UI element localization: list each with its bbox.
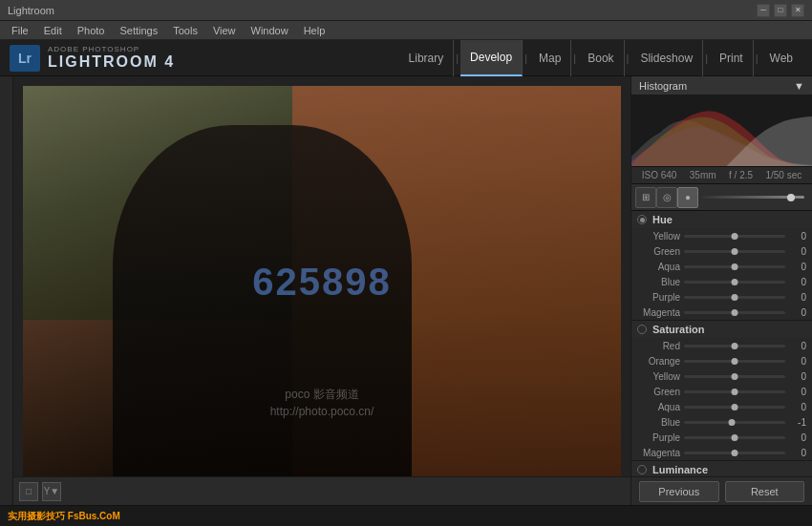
lr-logo: Lr [10,45,40,72]
hue-green-row: Green 0 [631,243,812,259]
sat-aqua-value: 0 [789,402,806,412]
hue-magenta-value: 0 [789,307,806,318]
histogram-label: Histogram [639,80,687,92]
sat-red-track[interactable] [684,345,785,347]
status-bar: 实用摄影技巧 FsBus.CoM [0,505,812,526]
sat-section-header[interactable]: Saturation [631,321,812,338]
previous-button[interactable]: Previous [639,481,719,502]
main-content: 625898 poco 影音频道 http://photo.poco.cn/ □… [0,76,812,505]
menu-help[interactable]: Help [296,21,333,39]
hue-section-header[interactable]: Hue [631,211,812,228]
sat-orange-row: Orange 0 [631,353,812,368]
aperture-value: f / 2.5 [729,170,753,180]
hue-blue-track[interactable] [684,281,785,284]
person-silhouette [113,125,412,476]
hue-purple-track[interactable] [684,296,785,299]
camera-info: ISO 640 35mm f / 2.5 1/50 sec [631,167,812,184]
sat-aqua-row: Aqua 0 [631,399,812,414]
menu-window[interactable]: Window [244,21,296,39]
sat-red-value: 0 [789,341,806,351]
left-panel [0,76,13,505]
photo-area: 625898 poco 影音频道 http://photo.poco.cn/ [23,86,621,476]
filmstrip-view-icon[interactable]: □ [19,482,38,501]
sat-yellow-track[interactable] [684,375,785,378]
hue-magenta-label: Magenta [637,307,680,318]
minimize-button[interactable]: ─ [757,4,770,17]
saturation-section: Saturation Red 0 Orange 0 [631,321,812,461]
histogram-arrow[interactable]: ▼ [794,80,804,92]
hsl-panel: Hue Yellow 0 Green [631,211,812,476]
hue-magenta-track[interactable] [684,311,785,314]
tab-library[interactable]: Library [399,40,455,76]
iso-value: ISO 640 [642,170,677,180]
window-title: Lightroom [8,5,54,16]
sat-yellow-row: Yellow 0 [631,368,812,384]
tab-web[interactable]: Web [760,40,802,76]
hue-green-label: Green [637,246,680,257]
hue-yellow-label: Yellow [637,231,680,242]
hue-aqua-track[interactable] [684,265,785,268]
hue-blue-value: 0 [789,277,806,287]
hue-section: Hue Yellow 0 Green [631,211,812,321]
sat-title: Saturation [652,324,704,335]
hue-blue-label: Blue [637,277,680,287]
tool-grid[interactable]: ⊞ [635,187,656,208]
sat-dot [637,325,647,334]
hue-aqua-row: Aqua 0 [631,259,812,274]
shutter-value: 1/50 sec [765,170,801,180]
menu-view[interactable]: View [205,21,244,39]
sat-purple-value: 0 [789,432,806,443]
maximize-button[interactable]: □ [774,4,787,17]
sat-purple-row: Purple 0 [631,430,812,445]
sat-yellow-label: Yellow [637,371,680,382]
reset-button[interactable]: Reset [725,481,805,502]
sat-orange-value: 0 [789,356,806,367]
sat-green-track[interactable] [684,390,785,393]
sat-aqua-track[interactable] [684,406,785,409]
sat-green-value: 0 [789,387,806,397]
tab-slideshow[interactable]: Slideshow [630,40,703,76]
hue-green-value: 0 [789,246,806,257]
close-button[interactable]: ✕ [791,4,804,17]
sat-magenta-row: Magenta 0 [631,445,812,460]
lum-section-header[interactable]: Luminance [631,461,812,476]
tool-circle[interactable]: ◎ [656,187,677,208]
hue-yellow-track[interactable] [684,235,785,238]
luminance-section: Luminance Red +1 Orange +2 [631,461,812,476]
hue-aqua-label: Aqua [637,262,680,272]
menu-edit[interactable]: Edit [36,21,70,39]
hue-title: Hue [652,214,673,225]
menu-settings[interactable]: Settings [112,21,165,39]
sat-orange-track[interactable] [684,360,785,363]
tool-dot[interactable]: ● [677,187,698,208]
module-tabs: Library | Develop | Map | Book | Slidesh… [399,40,802,76]
tool-slider[interactable] [702,196,804,199]
lum-title: Luminance [652,464,708,475]
sat-blue-track[interactable] [684,421,785,424]
sat-purple-label: Purple [637,432,680,443]
sat-yellow-value: 0 [789,371,806,382]
sat-aqua-label: Aqua [637,402,680,412]
hue-green-track[interactable] [684,250,785,253]
tab-book[interactable]: Book [578,40,624,76]
lr-title: ADOBE PHOTOSHOP LIGHTROOM 4 [48,45,175,71]
hue-yellow-value: 0 [789,231,806,242]
sat-blue-row: Blue -1 [631,414,812,430]
sat-orange-label: Orange [637,356,680,367]
tool-slider-thumb[interactable] [787,194,795,201]
menu-tools[interactable]: Tools [165,21,205,39]
tab-develop[interactable]: Develop [460,40,523,76]
tab-map[interactable]: Map [529,40,571,76]
menu-photo[interactable]: Photo [70,21,113,39]
sat-purple-track[interactable] [684,436,785,439]
sat-magenta-track[interactable] [684,452,785,454]
title-bar: Lightroom ─ □ ✕ [0,0,812,21]
filmstrip-dropdown[interactable]: Y▼ [42,482,61,501]
center-panel: 625898 poco 影音频道 http://photo.poco.cn/ □… [13,76,630,505]
tab-print[interactable]: Print [710,40,754,76]
status-text: 实用摄影技巧 FsBus.CoM [8,510,120,523]
menu-file[interactable]: File [4,21,36,39]
right-panel: Histogram ▼ ISO 640 35mm f / 2.5 1 [630,76,812,505]
hue-yellow-row: Yellow 0 [631,228,812,243]
menu-bar: File Edit Photo Settings Tools View Wind… [0,21,812,40]
